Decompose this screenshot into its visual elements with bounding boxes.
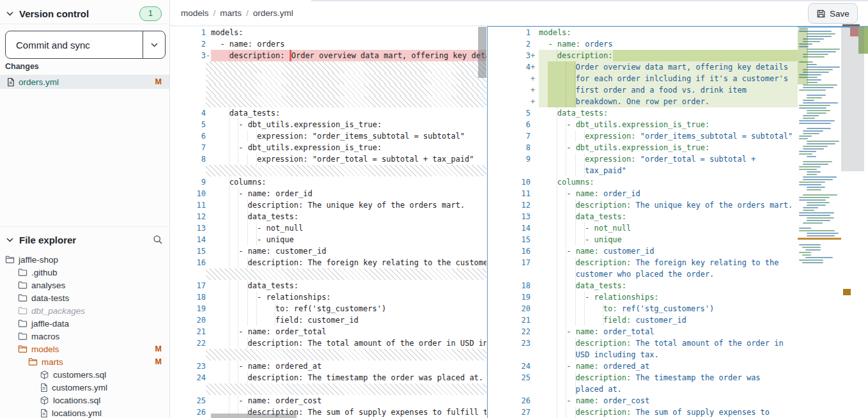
code-line-right-7[interactable]: 7expression: "order_items_subtotal = sub…	[488, 130, 798, 142]
code-line-left-24[interactable]: 24description: The timestamp the order w…	[186, 372, 486, 383]
code-line-right-9[interactable]: 9expression: "order_total = subtotal +	[488, 153, 798, 165]
code-line-right-10[interactable]: 10columns:	[488, 176, 798, 188]
commit-and-sync-button[interactable]: Commit and sync	[5, 31, 166, 59]
code-line-right-wrap[interactable]: tax_paid"	[488, 165, 798, 176]
minimap-line	[799, 61, 813, 63]
tree-item-data-tests[interactable]: data-tests	[0, 291, 169, 304]
code-line-right-11[interactable]: 11- name: order_id	[488, 188, 798, 199]
code-line-left-12[interactable]: 12data_tests:	[186, 211, 486, 222]
code-line-left-22[interactable]: 22description: The total amount of the o…	[186, 337, 486, 349]
version-control-header[interactable]: Version control 1	[0, 5, 169, 22]
code-line-left-21[interactable]: 21- name: order_total	[186, 326, 486, 337]
horizontal-scrollbar[interactable]	[211, 414, 297, 418]
code-line-left-3[interactable]: 3-description: Order overview data mart,…	[186, 50, 486, 61]
code-line-right-1[interactable]: 1models:	[488, 27, 798, 38]
code-line-right-wrap[interactable]: placed at.	[488, 383, 798, 395]
tree-item-jaffle-shop[interactable]: jaffle-shop	[0, 253, 169, 266]
code-line-right-4[interactable]: 4+Order overview data mart, offering key…	[488, 61, 798, 73]
breadcrumb-file[interactable]: orders.yml	[253, 8, 293, 18]
file-explorer-header[interactable]: File explorer	[0, 231, 169, 248]
diff-filler-line[interactable]	[186, 349, 486, 360]
code-line-right-5[interactable]: 5data_tests:	[488, 107, 798, 119]
code-line-right-18[interactable]: 18data_tests:	[488, 280, 798, 291]
overview-ruler-slider[interactable]	[841, 27, 864, 171]
save-button[interactable]: Save	[808, 3, 858, 24]
code-line-right-16[interactable]: 16- name: customer_id	[488, 245, 798, 257]
code-line-right-12[interactable]: 12description: The unique key of the ord…	[488, 199, 798, 211]
code-line-right-17[interactable]: 17description: The foreign key relating …	[488, 257, 798, 268]
search-icon[interactable]	[153, 235, 163, 245]
changed-file-orders-yml[interactable]: orders.yml M	[0, 75, 169, 89]
code-line-right-2[interactable]: 2- name: orders	[488, 38, 798, 50]
code-line-left-1[interactable]: 1models:	[186, 27, 486, 38]
diff-filler-line[interactable]	[186, 61, 486, 73]
code-line-right-13[interactable]: 13data_tests:	[488, 211, 798, 222]
code-line-left-5[interactable]: 5- dbt_utils.expression_is_true:	[186, 119, 486, 130]
code-line-right-23[interactable]: 23description: The total amount of the o…	[488, 337, 798, 349]
line-number: 1	[186, 27, 206, 38]
breadcrumb-models[interactable]: models	[181, 8, 209, 18]
code-line-left-14[interactable]: 14- unique	[186, 234, 486, 245]
tree-item-locations-sql[interactable]: locations.sql	[0, 394, 169, 406]
code-line-left-18[interactable]: 18- relationships:	[186, 291, 486, 303]
diff-filler-line[interactable]	[186, 84, 486, 96]
diff-filler-line[interactable]	[186, 73, 486, 84]
tree-item-customers-sql[interactable]: customers.sql	[0, 368, 169, 381]
code-line-right-14[interactable]: 14- not_null	[488, 222, 798, 234]
code-line-left-23[interactable]: 23- name: ordered_at	[186, 360, 486, 372]
diff-filler-line[interactable]	[186, 96, 486, 107]
code-line-right-19[interactable]: 19- relationships:	[488, 291, 798, 303]
code-line-left-15[interactable]: 15- name: customer_id	[186, 245, 486, 257]
tree-item-analyses[interactable]: analyses	[0, 279, 169, 291]
code-line-right-24[interactable]: 24- name: ordered_at	[488, 360, 798, 372]
code-line-left-9[interactable]: 9columns:	[186, 176, 486, 188]
code-line-right-20[interactable]: 20to: ref('stg_customers')	[488, 303, 798, 314]
tree-item-marts[interactable]: martsM	[0, 355, 169, 368]
code-line-left-19[interactable]: 19to: ref('stg_customers')	[186, 303, 486, 314]
code-line-left-7[interactable]: 7- dbt_utils.expression_is_true:	[186, 142, 486, 153]
code-line-left-25[interactable]: 25- name: order_cost	[186, 395, 486, 406]
code-line-right-25[interactable]: 25description: The timestamp the order w…	[488, 372, 798, 383]
tree-item-dbt-packages[interactable]: dbt_packages	[0, 304, 169, 317]
code-line-left-10[interactable]: 10- name: order_id	[186, 188, 486, 199]
diff-original-editor[interactable]: 1models:2- name: orders3-description: Or…	[186, 27, 486, 418]
code-line-left-2[interactable]: 2- name: orders	[186, 38, 486, 50]
diff-modified-editor[interactable]: 1models:2- name: orders3+description:4+O…	[488, 27, 798, 418]
breadcrumb-marts[interactable]: marts	[220, 8, 242, 18]
code-line-left-20[interactable]: 20field: customer_id	[186, 314, 486, 326]
commit-options-dropdown[interactable]	[143, 31, 165, 58]
code-line-right-21[interactable]: 21field: customer_id	[488, 314, 798, 326]
code-line-left-16[interactable]: 16description: The foreign key relating …	[186, 257, 486, 268]
tree-item--github[interactable]: .github	[0, 266, 169, 279]
code-line-left-4[interactable]: 4data_tests:	[186, 107, 486, 119]
minimap[interactable]	[798, 27, 842, 418]
code-line-right-wrap[interactable]: +breakdown. One row per order.	[488, 96, 798, 107]
code-line-right-27[interactable]: 27description: The sum of supply expense…	[488, 406, 798, 418]
code-line-right-3[interactable]: 3+description:	[488, 50, 798, 61]
code-line-right-15[interactable]: 15- unique	[488, 234, 798, 245]
tree-item-models[interactable]: modelsM	[0, 343, 169, 355]
tree-item-locations-yml[interactable]: locations.yml	[0, 406, 169, 418]
code-line-right-26[interactable]: 26- name: order_cost	[488, 395, 798, 406]
code-line-left-6[interactable]: 6expression: "order_items_subtotal = sub…	[186, 130, 486, 142]
code-line-left-13[interactable]: 13- not_null	[186, 222, 486, 234]
code-line-left-11[interactable]: 11description: The unique key of the ord…	[186, 199, 486, 211]
diff-marker	[206, 27, 211, 38]
code-line-right-22[interactable]: 22- name: order_total	[488, 326, 798, 337]
diff-filler-line[interactable]	[186, 383, 486, 395]
vertical-scrollbar[interactable]	[478, 27, 486, 78]
code-line-right-wrap[interactable]: customer who placed the order.	[488, 268, 798, 280]
minimap-line	[803, 222, 823, 224]
diff-filler-line[interactable]	[186, 268, 486, 280]
code-line-right-6[interactable]: 6- dbt_utils.expression_is_true:	[488, 119, 798, 130]
code-line-left-8[interactable]: 8expression: "order_total = subtotal + t…	[186, 153, 486, 165]
tree-item-jaffle-data[interactable]: jaffle-data	[0, 317, 169, 330]
code-line-right-wrap[interactable]: +for each order inlcluding if it's a cus…	[488, 73, 798, 84]
tree-item-customers-yml[interactable]: customers.yml	[0, 381, 169, 394]
code-line-left-17[interactable]: 17data_tests:	[186, 280, 486, 291]
code-line-right-wrap[interactable]: USD including tax.	[488, 349, 798, 360]
code-line-right-8[interactable]: 8- dbt_utils.expression_is_true:	[488, 142, 798, 153]
tree-item-macros[interactable]: macros	[0, 330, 169, 343]
code-line-right-wrap[interactable]: +first order and a food vs. drink item	[488, 84, 798, 96]
diff-filler-line[interactable]	[186, 165, 486, 176]
